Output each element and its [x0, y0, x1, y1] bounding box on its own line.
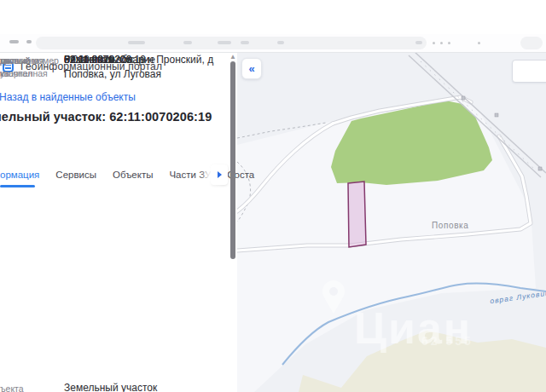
refresh-icon[interactable]	[26, 40, 32, 43]
row-label: ль	[0, 55, 60, 67]
back-to-results-link[interactable]: Назад в найденные объекты	[0, 91, 136, 103]
collapse-panel-button[interactable]: «	[241, 58, 262, 79]
url-text-mark	[218, 41, 231, 44]
tab-scroll-right-icon	[218, 171, 222, 178]
forest-polygon	[331, 101, 492, 185]
selected-parcel-polygon[interactable]	[348, 182, 366, 247]
village-label: Поповка	[432, 221, 468, 230]
window-top-area	[0, 0, 546, 34]
panel-scrollbar[interactable]	[230, 61, 235, 259]
tab-services[interactable]: Сервисы	[55, 168, 96, 188]
url-text-mark	[277, 41, 284, 44]
browser-profile-chip[interactable]	[520, 37, 543, 49]
map-canvas[interactable]: Циан 62 555 Поповка овраг Луковица «	[237, 53, 546, 392]
tab-parcel-parts[interactable]: Части ЗУ	[169, 168, 211, 188]
row-label-line: ль	[0, 55, 60, 67]
screen: Геоинформационный портал Назад в найденн…	[0, 0, 546, 392]
browser-menu-icon[interactable]	[478, 42, 480, 44]
row-value: Земельный участок	[64, 381, 230, 392]
row-label: ъекта жимости	[0, 383, 60, 392]
tab-scroll-button[interactable]	[211, 164, 228, 185]
info-panel: Геоинформационный портал Назад в найденн…	[0, 53, 237, 392]
extension-icon[interactable]	[440, 42, 443, 44]
collapse-left-icon: «	[248, 62, 254, 75]
browser-toolbar	[0, 34, 546, 53]
active-tab-underline	[0, 185, 35, 187]
extension-icon[interactable]	[448, 42, 450, 44]
row-value: -	[64, 53, 230, 67]
address-bar[interactable]	[36, 37, 427, 49]
parcel-heading: мельный участок: 62:11:0070206:19	[0, 110, 212, 124]
url-text-mark	[128, 41, 145, 44]
cian-watermark-digits: 62 555	[421, 334, 473, 348]
map-search-box[interactable]	[512, 60, 546, 83]
url-text-mark	[183, 41, 192, 44]
extension-icon[interactable]	[433, 42, 435, 44]
url-text-mark	[415, 41, 422, 44]
scrollbar-up-icon[interactable]: ▲	[229, 53, 236, 61]
back-icon[interactable]	[9, 40, 19, 43]
tab-objects[interactable]: Объекты	[113, 168, 153, 188]
row-label-line: ъекта	[0, 383, 60, 392]
url-text-mark	[241, 41, 249, 44]
